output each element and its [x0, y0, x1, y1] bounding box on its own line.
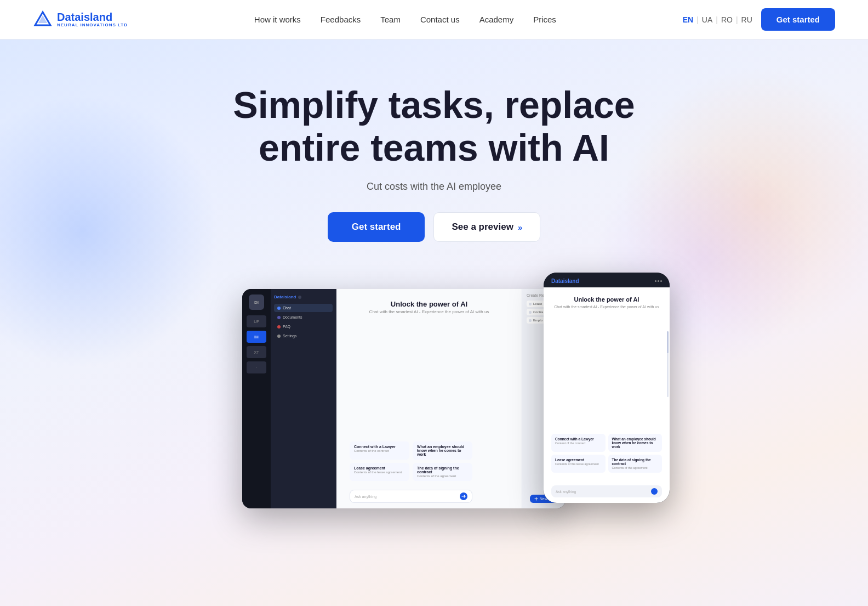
tablet-main-sub: Chat with the smartest AI - Experience t…	[350, 309, 509, 314]
tablet-chat-card-3: The data of signing the contract Content…	[413, 463, 472, 481]
nav-item-feedbacks[interactable]: Feedbacks	[321, 15, 361, 24]
navbar: Dataisland NEURAL INNOVATIONS LTD How it…	[0, 0, 868, 39]
mobile-chat-cards: Connect with a Lawyer Content of the con…	[551, 434, 662, 473]
sidebar-nav-3: XT	[247, 346, 266, 358]
mobile-card-title-3: The data of signing the contract	[612, 458, 659, 466]
sidebar-nav-1: UP	[247, 315, 266, 327]
panel-item-chat: Chat	[274, 304, 333, 312]
mobile-card-sub-2: Contents of the lease agreement	[555, 462, 602, 466]
panel-chat-label: Chat	[283, 306, 291, 310]
scrollbar	[667, 331, 669, 397]
side-item-label-0: Lease	[533, 302, 542, 305]
tablet-chat-card-0: Connect with a Lawyer Contents of the co…	[350, 441, 409, 460]
panel-logo: Dataisland	[274, 294, 296, 299]
lang-en[interactable]: EN	[683, 15, 693, 24]
mobile-card-title-0: Connect with a Lawyer	[555, 437, 602, 441]
tablet-send-button[interactable]	[460, 492, 467, 500]
panel-settings-label: Settings	[283, 334, 296, 338]
lang-ua[interactable]: UA	[702, 15, 712, 24]
panel-faq-dot	[277, 325, 281, 329]
nav-item-team[interactable]: Team	[380, 15, 401, 24]
brand-sub: NEURAL INNOVATIONS LTD	[57, 23, 128, 28]
mobile-chat-card-2: Lease agreement Contents of the lease ag…	[551, 455, 606, 473]
nav-item-how-it-works[interactable]: How it works	[254, 15, 301, 24]
nav-links: How it works Feedbacks Team Contact us A…	[254, 15, 556, 25]
panel-docs-label: Documents	[283, 315, 302, 319]
hero-buttons: Get started See a preview »	[328, 212, 541, 242]
tablet-main-title: Unlock the power of AI	[350, 300, 509, 308]
mobile-chat-card-3: The data of signing the contract Content…	[608, 455, 663, 473]
logo-icon	[33, 10, 53, 30]
tablet-panel: Dataisland Chat Documents FAQ Set	[271, 289, 336, 508]
hero-get-started-button[interactable]: Get started	[328, 212, 425, 242]
tablet-chat-card-1: What an employee should know when he com…	[413, 441, 472, 460]
nav-item-prices[interactable]: Prices	[533, 15, 556, 24]
tablet-chat-cards: Connect with a Lawyer Contents of the co…	[350, 441, 472, 481]
mobile-send-button[interactable]	[651, 488, 658, 495]
panel-faq-label: FAQ	[283, 325, 290, 329]
side-item-dot-1	[529, 311, 532, 314]
nav-item-contact-us[interactable]: Contact us	[420, 15, 460, 24]
sidebar-avatar: DI	[249, 294, 264, 310]
panel-item-documents: Documents	[274, 313, 333, 321]
panel-docs-dot	[277, 316, 281, 319]
mobile-card-sub-3: Contents of the agreement	[612, 466, 659, 469]
tablet-input-bar[interactable]: Ask anything	[350, 490, 472, 503]
side-item-label-2: Emplo	[533, 319, 542, 322]
tablet-input-placeholder: Ask anything	[355, 495, 460, 499]
mobile-body: Unlock the power of AI Chat with the sma…	[544, 287, 670, 503]
sidebar-nav-2: IM	[247, 331, 266, 343]
hero-title: Simplify tasks, replace entire teams wit…	[209, 83, 659, 169]
mobile-input-placeholder: Ask anything	[556, 490, 651, 494]
mockup-tablet: DI UP IM XT · Dataisland Chat Document	[242, 289, 566, 508]
panel-dot	[298, 296, 301, 299]
see-preview-label: See a preview	[452, 222, 513, 233]
tablet-main-inner: Unlock the power of AI Chat with the sma…	[336, 289, 522, 334]
lang-ru[interactable]: RU	[741, 15, 752, 24]
plus-icon	[534, 497, 538, 501]
language-switcher: EN | UA | RO | RU	[683, 15, 752, 24]
hero-section: Simplify tasks, replace entire teams wit…	[0, 39, 868, 606]
side-item-dot-0	[529, 303, 532, 305]
mobile-menu-icon	[655, 280, 662, 282]
scrollbar-thumb	[667, 331, 669, 353]
tablet-card-sub-0: Contents of the contract	[354, 449, 405, 452]
side-item-label-1: Contra	[533, 310, 543, 314]
tablet-card-sub-3: Contents of the agreement	[417, 474, 468, 478]
mockup-mobile: Dataisland Unlock the power of AI Chat w…	[544, 273, 670, 503]
hero-subtitle: Cut costs with the AI employee	[367, 181, 501, 192]
nav-right: EN | UA | RO | RU Get started	[683, 8, 835, 31]
tablet-card-title-1: What an employee should know when he com…	[417, 445, 468, 456]
mobile-logo: Dataisland	[551, 278, 579, 284]
mobile-chat-card-0: Connect with a Lawyer Content of the con…	[551, 434, 606, 452]
chevrons-icon: »	[518, 223, 522, 232]
blob-blue	[0, 94, 219, 369]
side-item-dot-2	[529, 319, 532, 322]
tablet-main: Unlock the power of AI Chat with the sma…	[336, 289, 522, 508]
nav-item-academy[interactable]: Academy	[479, 15, 514, 24]
mobile-main-sub: Chat with the smartest AI - Experience t…	[551, 304, 662, 310]
mobile-input-bar[interactable]: Ask anything	[551, 485, 662, 497]
lang-ro[interactable]: RO	[721, 15, 733, 24]
panel-settings-dot	[277, 335, 281, 338]
mobile-card-title-1: What an employee should know when he com…	[612, 437, 659, 449]
tablet-chat-card-2: Lease agreement Contents of the lease ag…	[350, 463, 409, 481]
logo-link[interactable]: Dataisland NEURAL INNOVATIONS LTD	[33, 10, 128, 30]
mobile-main-title: Unlock the power of AI	[551, 296, 662, 303]
mobile-header: Dataisland	[544, 273, 670, 287]
brand-name: Dataisland	[57, 11, 128, 23]
mobile-card-title-2: Lease agreement	[555, 458, 602, 462]
tablet-card-title-0: Connect with a Lawyer	[354, 445, 405, 449]
mobile-card-sub-0: Content of the contract	[555, 441, 602, 445]
tablet-card-title-2: Lease agreement	[354, 466, 405, 470]
hero-see-preview-button[interactable]: See a preview »	[433, 212, 540, 242]
tablet-sidebar: DI UP IM XT ·	[242, 289, 271, 508]
panel-chat-dot	[277, 307, 281, 310]
mockups-container: DI UP IM XT · Dataisland Chat Document	[242, 273, 626, 508]
nav-get-started-button[interactable]: Get started	[761, 8, 835, 31]
tablet-card-title-3: The data of signing the contract	[417, 466, 468, 474]
sidebar-nav-4: ·	[247, 361, 266, 373]
mobile-chat-card-1: What an employee should know when he com…	[608, 434, 663, 452]
panel-item-faq: FAQ	[274, 322, 333, 331]
panel-item-settings: Settings	[274, 332, 333, 340]
